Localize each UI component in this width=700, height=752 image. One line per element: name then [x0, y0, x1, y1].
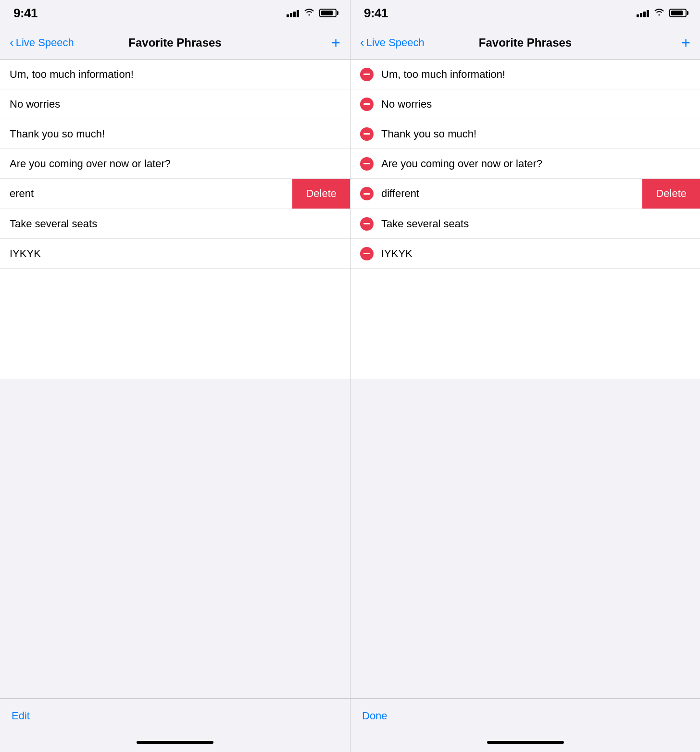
status-time-right: 9:41 [364, 6, 388, 21]
list-item[interactable]: Thank you so much! [0, 119, 350, 149]
list-item-swiped[interactable]: erent Delete [0, 179, 350, 209]
minus-line [363, 74, 370, 75]
item-text: Thank you so much! [381, 128, 690, 140]
nav-title-left: Favorite Phrases [128, 36, 221, 49]
minus-circle-icon[interactable] [360, 157, 374, 171]
list-item[interactable]: No worries [0, 89, 350, 119]
nav-bar-right: ‹ Live Speech Favorite Phrases + [350, 26, 700, 60]
delete-button[interactable]: Delete [292, 179, 350, 209]
list-item[interactable]: Thank you so much! [350, 119, 700, 149]
item-text: Thank you so much! [10, 128, 340, 140]
item-text-swiped: erent [10, 187, 283, 200]
list-item[interactable]: Are you coming over now or later? [0, 149, 350, 179]
minus-line [363, 133, 370, 135]
signal-icon-right [637, 9, 649, 17]
nav-bar-left: ‹ Live Speech Favorite Phrases + [0, 26, 350, 60]
wifi-icon-right [654, 8, 664, 18]
status-time-left: 9:41 [13, 6, 38, 21]
minus-line [363, 163, 370, 164]
list-item[interactable]: No worries [350, 89, 700, 119]
item-text: No worries [381, 98, 690, 111]
phrases-list-left: Um, too much information! No worries Tha… [0, 60, 350, 379]
list-item[interactable]: Take several seats [0, 209, 350, 239]
minus-circle-icon[interactable] [360, 127, 374, 141]
back-label-right: Live Speech [366, 37, 425, 49]
empty-area-left [0, 379, 350, 699]
minus-circle-icon-swiped[interactable] [360, 187, 374, 200]
bottom-toolbar-right: Done [350, 698, 700, 733]
chevron-left-icon-right: ‹ [360, 36, 364, 49]
item-text: Um, too much information! [381, 68, 690, 81]
item-text: No worries [10, 98, 340, 111]
home-bar-left [137, 741, 213, 744]
item-text: Um, too much information! [10, 68, 340, 81]
right-panel: 9:41 ‹ Live Speech Favorite Phrases + [350, 0, 700, 752]
swiped-content-right: different [350, 179, 642, 209]
list-item-swiped-right[interactable]: different Delete [350, 179, 700, 209]
add-button-left[interactable]: + [331, 35, 340, 50]
list-item[interactable]: Take several seats [350, 209, 700, 239]
list-item[interactable]: Um, too much information! [350, 60, 700, 89]
nav-title-right: Favorite Phrases [479, 36, 572, 49]
item-text-swiped-right: different [381, 187, 633, 200]
empty-area-right [350, 379, 700, 699]
list-item[interactable]: Are you coming over now or later? [350, 149, 700, 179]
minus-circle-icon[interactable] [360, 247, 374, 260]
item-text: IYKYK [381, 247, 690, 260]
item-text: Take several seats [10, 218, 340, 230]
home-indicator-right [350, 733, 700, 752]
swiped-content: erent [0, 179, 292, 209]
minus-line [363, 103, 370, 105]
item-text: Are you coming over now or later? [10, 158, 340, 170]
status-icons-left [287, 8, 337, 18]
minus-line [363, 223, 370, 224]
left-panel: 9:41 ‹ Live Speech Favorite Phrases + [0, 0, 350, 752]
chevron-left-icon: ‹ [10, 36, 14, 49]
item-text: Take several seats [381, 218, 690, 230]
list-item[interactable]: IYKYK [0, 239, 350, 269]
delete-button-right[interactable]: Delete [642, 179, 700, 209]
list-item[interactable]: Um, too much information! [0, 60, 350, 89]
back-label-left: Live Speech [16, 37, 74, 49]
battery-icon-right [669, 9, 687, 17]
minus-circle-icon[interactable] [360, 98, 374, 111]
minus-circle-icon[interactable] [360, 217, 374, 231]
minus-line [363, 193, 370, 195]
back-button-left[interactable]: ‹ Live Speech [10, 37, 74, 49]
list-item[interactable]: IYKYK [350, 239, 700, 269]
battery-icon-left [319, 9, 337, 17]
status-bar-left: 9:41 [0, 0, 350, 26]
phrases-list-right: Um, too much information! No worries Tha… [350, 60, 700, 379]
add-button-right[interactable]: + [681, 35, 690, 50]
status-icons-right [637, 8, 687, 18]
home-bar-right [487, 741, 564, 744]
home-indicator-left [0, 733, 350, 752]
item-text: IYKYK [10, 247, 340, 260]
done-button[interactable]: Done [362, 710, 388, 722]
back-button-right[interactable]: ‹ Live Speech [360, 37, 425, 49]
signal-icon-left [287, 9, 299, 17]
bottom-toolbar-left: Edit [0, 698, 350, 733]
wifi-icon-left [304, 8, 314, 18]
minus-line [363, 253, 370, 254]
status-bar-right: 9:41 [350, 0, 700, 26]
minus-circle-icon[interactable] [360, 68, 374, 81]
edit-button[interactable]: Edit [12, 710, 30, 722]
item-text: Are you coming over now or later? [381, 158, 690, 170]
